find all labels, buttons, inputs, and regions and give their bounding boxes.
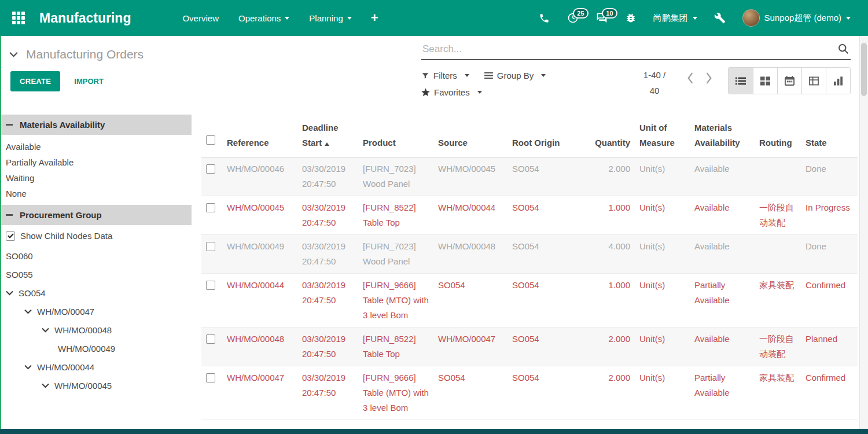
menu-planning[interactable]: Planning: [299, 8, 361, 29]
tree-item[interactable]: WH/MO/00044: [0, 358, 192, 376]
table-row[interactable]: WH/MO/00048 03/30/2019 20:47:50 [FURN_85…: [201, 328, 858, 366]
pager-next-button[interactable]: [701, 72, 716, 84]
group-by-menu[interactable]: Group By: [484, 71, 546, 80]
row-checkbox[interactable]: [206, 281, 215, 290]
cell-reference[interactable]: WH/MO/00047: [225, 366, 300, 420]
row-checkbox[interactable]: [206, 242, 215, 251]
tree-item[interactable]: SO054: [0, 284, 192, 302]
chevron-down-icon[interactable]: [24, 309, 32, 314]
cell-deadline: 03/30/2019 20:47:50: [300, 328, 361, 366]
row-checkbox[interactable]: [206, 203, 215, 212]
search-icon[interactable]: [837, 43, 849, 55]
activities-button[interactable]: 25: [560, 7, 586, 29]
filters-menu[interactable]: Filters: [421, 71, 469, 80]
calendar-view-button[interactable]: [777, 68, 801, 94]
view-switcher: [728, 67, 851, 94]
filter-partially-available[interactable]: Partially Available: [0, 155, 192, 170]
tree-item[interactable]: SO060: [0, 247, 192, 265]
app-title[interactable]: Manufacturing: [39, 10, 131, 26]
user-menu[interactable]: Sunpop超管 (demo): [735, 5, 858, 31]
tools-button[interactable]: [707, 7, 733, 29]
tree-item[interactable]: SO055: [0, 265, 192, 284]
vertical-scrollbar[interactable]: [859, 36, 868, 429]
menu-overview-label: Overview: [182, 13, 219, 23]
cell-reference[interactable]: WH/MO/00045: [225, 196, 300, 234]
cell-availability: Available: [692, 196, 757, 234]
kanban-view-icon: [760, 76, 770, 86]
phone-icon: [539, 13, 550, 24]
tree-item[interactable]: WH/MO/00048: [0, 321, 192, 339]
column-header-state[interactable]: State: [803, 131, 858, 157]
tree-item-label: WH/MO/00045: [54, 381, 112, 391]
phone-button[interactable]: [531, 8, 557, 29]
table-row[interactable]: WH/MO/00046 03/30/2019 20:47:50 [FURN_70…: [201, 157, 858, 196]
column-header-root-origin[interactable]: Root Origin: [510, 131, 584, 157]
tree-item[interactable]: WH/MO/00049: [0, 339, 192, 358]
show-child-nodes-checkbox[interactable]: Show Child Nodes Data: [0, 225, 192, 245]
table-row[interactable]: WH/MO/00049 03/30/2019 20:47:50 [FURN_70…: [201, 235, 858, 274]
chevron-down-icon[interactable]: [42, 328, 49, 333]
column-header-product[interactable]: Product: [361, 131, 436, 157]
row-checkbox[interactable]: [206, 334, 215, 344]
column-header-source[interactable]: Source: [436, 131, 510, 157]
menu-operations[interactable]: Operations: [229, 8, 299, 29]
column-header-reference[interactable]: Reference: [225, 131, 300, 157]
column-header-materials-availability[interactable]: Materials Availability: [692, 116, 757, 157]
calendar-view-icon: [785, 76, 795, 86]
pager-previous-button[interactable]: [683, 72, 698, 84]
column-header-uom[interactable]: Unit of Measure: [637, 116, 692, 157]
checkbox-checked-icon[interactable]: [6, 231, 15, 241]
filter-waiting[interactable]: Waiting: [0, 170, 192, 186]
apps-grid-icon[interactable]: [0, 11, 37, 25]
filter-none[interactable]: None: [0, 186, 192, 201]
chevron-down-icon[interactable]: [42, 383, 49, 388]
search-input[interactable]: [422, 43, 837, 55]
filter-available[interactable]: Available: [0, 139, 192, 155]
graph-view-button[interactable]: [826, 68, 850, 94]
chevron-down-icon[interactable]: [6, 290, 13, 296]
add-menu-button[interactable]: +: [362, 8, 388, 28]
column-header-deadline-start[interactable]: Deadline Start: [300, 116, 361, 157]
scrollbar-thumb[interactable]: [861, 43, 867, 96]
row-checkbox[interactable]: [206, 164, 215, 174]
import-button[interactable]: IMPORT: [74, 77, 104, 86]
section-procurement-group[interactable]: Procurement Group: [0, 205, 192, 225]
pivot-view-button[interactable]: [801, 68, 826, 94]
column-header-quantity[interactable]: Quantity: [584, 131, 637, 157]
table-row[interactable]: WH/MO/00044 03/30/2019 20:47:50 [FURN_96…: [201, 274, 858, 328]
menu-planning-label: Planning: [309, 13, 343, 23]
procurement-tree: SO060 SO055 SO054 WH/MO/00047 WH/MO/0004…: [0, 245, 192, 395]
column-header-routing[interactable]: Routing: [757, 131, 803, 157]
section-materials-availability[interactable]: Materials Availability: [0, 115, 192, 135]
favorites-menu[interactable]: Favorites: [421, 87, 482, 97]
column-label: Deadline Start: [302, 123, 339, 148]
cell-product: [FURN_7023] Wood Panel: [361, 157, 436, 196]
company-name: 尚鹏集团: [653, 13, 688, 24]
breadcrumb-toggle-icon[interactable]: [9, 52, 18, 57]
cell-reference[interactable]: WH/MO/00049: [225, 235, 300, 273]
create-button[interactable]: CREATE: [10, 71, 60, 91]
tree-item[interactable]: WH/MO/00047: [0, 302, 192, 321]
menu-overview[interactable]: Overview: [172, 8, 229, 29]
cell-routing: [757, 157, 803, 196]
kanban-view-button[interactable]: [753, 68, 777, 94]
debug-button[interactable]: [617, 7, 644, 29]
cell-quantity: 1.000: [584, 196, 637, 234]
cell-routing: 一阶段自动装配: [757, 196, 803, 234]
cell-reference[interactable]: WH/MO/00048: [225, 328, 300, 366]
company-switcher[interactable]: 尚鹏集团: [646, 8, 704, 28]
chevron-down-icon[interactable]: [24, 365, 32, 370]
chevron-down-icon: [477, 91, 482, 94]
messages-button[interactable]: 10: [589, 7, 615, 29]
select-all-checkbox[interactable]: [201, 128, 225, 157]
list-view-button[interactable]: [729, 68, 753, 94]
message-counter-badge: 10: [602, 8, 617, 19]
breadcrumb: Manufacturing Orders: [9, 47, 421, 61]
table-row[interactable]: WH/MO/00047 03/30/2019 20:47:50 [FURN_96…: [201, 366, 858, 420]
checkbox-icon[interactable]: [206, 135, 215, 145]
row-checkbox[interactable]: [206, 373, 215, 382]
cell-reference[interactable]: WH/MO/00044: [225, 274, 300, 327]
table-row[interactable]: WH/MO/00045 03/30/2019 20:47:50 [FURN_85…: [201, 196, 858, 235]
tree-item[interactable]: WH/MO/00045: [0, 376, 192, 395]
cell-reference[interactable]: WH/MO/00046: [225, 157, 300, 196]
